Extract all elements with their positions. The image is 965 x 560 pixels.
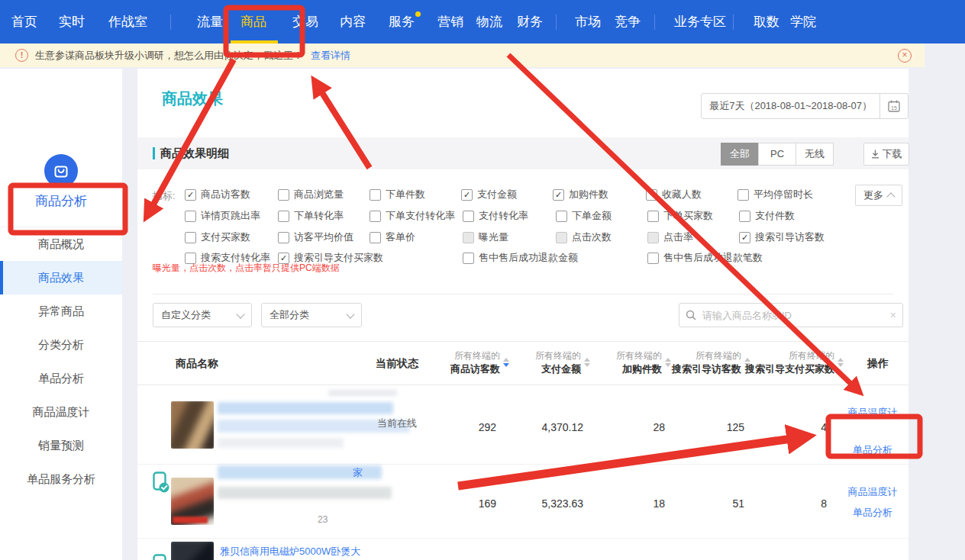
sidebar-item[interactable]: 单品分析 [0,362,122,395]
download-button[interactable]: 下载 [863,143,909,166]
product-status: 当前在线 [366,417,428,430]
metric-checkbox[interactable]: 下单转化率 [278,209,344,223]
mobile-verified-icon [153,471,169,494]
tab-pc[interactable]: PC [758,143,796,166]
sidebar: 商品分析 商品概况 商品效果 异常商品 分类分析 单品分析 商品温度计 销量预测… [0,69,122,560]
nav-tab[interactable]: 营销 [437,0,463,43]
checkbox-icon [370,232,381,243]
metric-checkbox[interactable]: 售中售后成功退款笔数 [647,251,763,265]
nav-tab[interactable]: 物流 [476,0,502,43]
nav-tab[interactable]: 财务 [517,0,543,43]
payment-value: 5,323.63 [515,497,583,510]
close-icon[interactable]: × [898,49,912,63]
product-title-link[interactable]: 雅贝信商用电磁炉5000W卧煲大 [220,545,360,558]
nav-divider [733,14,734,30]
item-analysis-link[interactable]: 单品分析 [827,506,918,520]
product-title-fragment[interactable]: 家 [353,466,363,480]
search-input[interactable] [701,309,890,322]
active-item-bar [0,261,3,294]
calendar-icon[interactable]: 15 [879,94,908,118]
col-cart-sortable[interactable]: 所有终端的加购件数 [590,349,671,376]
checkbox-icon [646,189,657,201]
metric-checkbox[interactable]: 下单买家数 [647,209,713,223]
sidebar-item[interactable]: 单品服务分析 [0,462,122,496]
date-range-picker[interactable]: 最近7天（2018-08-01~2018-08-07） 15 [701,93,909,119]
metric-checkbox[interactable]: 加购件数 [553,188,608,201]
sidebar-item[interactable]: 分类分析 [0,328,122,362]
col-payment-sortable[interactable]: 所有终端的支付金额 [509,349,590,376]
sort-control[interactable] [584,358,590,367]
checkbox-icon [370,211,381,222]
date-range-text: 最近7天（2018-08-01~2018-08-07） [702,99,879,113]
metric-checkbox[interactable]: 支付转化率 [463,209,528,223]
col-visitors-sortable[interactable]: 所有终端的商品访客数 [415,349,509,376]
chevron-down-icon [236,310,244,318]
nav-tab[interactable]: 市场 [575,0,601,43]
metric-checkbox[interactable]: 支付买家数 [185,230,250,244]
col-search-visitors-sortable[interactable]: 所有终端的搜索引导访客数 [671,349,750,376]
page: { "navbar": { "items": ["首页","实时","作战室",… [0,0,965,560]
checkbox-icon [737,189,749,201]
section-accent [153,147,155,159]
product-thumbnail [171,478,214,525]
metric-checkbox[interactable]: 支付金额 [461,188,517,201]
chevron-down-icon [346,310,354,318]
nav-tab[interactable]: 内容 [340,0,366,43]
metric-checkbox[interactable]: 收藏人数 [646,188,702,201]
metric-checkbox[interactable]: 搜索引导访客数 [739,230,825,244]
metric-checkbox[interactable]: 详情页跳出率 [185,209,260,223]
metric-checkbox[interactable]: 售中售后成功退款金额 [463,251,578,265]
sort-control[interactable] [838,358,844,367]
nav-tab[interactable]: 交易 [292,0,318,43]
metric-checkbox[interactable]: 支付件数 [739,209,795,223]
sidebar-item[interactable]: 异常商品 [0,294,122,328]
metric-checkbox[interactable]: 下单支付转化率 [370,209,455,223]
nav-tab[interactable]: 实时 [59,0,85,43]
nav-tab[interactable]: 竞争 [615,0,641,43]
clear-search-icon[interactable]: × [890,309,896,321]
nav-tab[interactable]: 流量 [197,0,223,43]
nav-tab[interactable]: 取数 [754,0,779,43]
checkbox-icon [278,232,289,243]
more-metrics-button[interactable]: 更多 [855,185,902,206]
tab-all[interactable]: 全部 [721,143,759,166]
item-analysis-link[interactable]: 单品分析 [827,443,918,457]
nav-tab[interactable]: 学院 [790,0,816,43]
col-product-name: 商品名称 [176,357,218,371]
nav-tab[interactable]: 服务 [389,0,415,43]
notice-detail-link[interactable]: 查看详情 [311,50,350,61]
metric-checkbox[interactable]: 平均停留时长 [737,188,813,201]
checkbox-icon [647,253,659,264]
nav-tab[interactable]: 作战室 [108,0,147,43]
metric-checkbox[interactable]: 商品浏览量 [278,188,344,201]
checkbox-icon [278,211,289,222]
sidebar-item-active[interactable]: 商品效果 [0,261,122,294]
sort-control[interactable] [503,358,509,367]
nav-tab-active[interactable]: 商品 [240,0,266,43]
thermometer-link[interactable]: 商品温度计 [827,406,918,420]
thermometer-link[interactable]: 商品温度计 [827,485,918,499]
custom-category-dropdown[interactable]: 自定义分类 [153,303,252,327]
tab-wireless[interactable]: 无线 [796,143,834,166]
sidebar-item[interactable]: 商品温度计 [0,395,122,429]
metric-checkbox-disabled: 点击率 [647,230,693,244]
warning-icon: ! [15,49,28,62]
metric-checkbox[interactable]: 商品访客数 [185,188,250,201]
col-search-buyers-sortable[interactable]: 所有终端的搜索引导支付买家数 [741,349,844,376]
all-category-dropdown[interactable]: 全部分类 [261,303,362,327]
metric-checkbox[interactable]: 下单件数 [370,188,425,201]
sort-control[interactable] [665,358,671,367]
checkbox-icon [185,211,196,222]
more-label: 更多 [863,188,883,202]
nav-tab[interactable]: 首页 [11,0,37,43]
download-icon [871,150,879,159]
sidebar-item[interactable]: 销量预测 [0,429,122,462]
nav-tab[interactable]: 业务专区 [674,0,726,43]
sidebar-item[interactable]: 商品概况 [0,227,122,261]
metrics-note: 曝光量，点击次数，点击率暂只提供PC端数据 [153,262,340,275]
nav-divider [170,14,171,30]
metric-checkbox[interactable]: 访客平均价值 [278,230,353,244]
metric-checkbox[interactable]: 下单金额 [556,209,612,223]
sidebar-item-label: 商品效果 [38,271,84,284]
metric-checkbox[interactable]: 客单价 [370,230,415,244]
